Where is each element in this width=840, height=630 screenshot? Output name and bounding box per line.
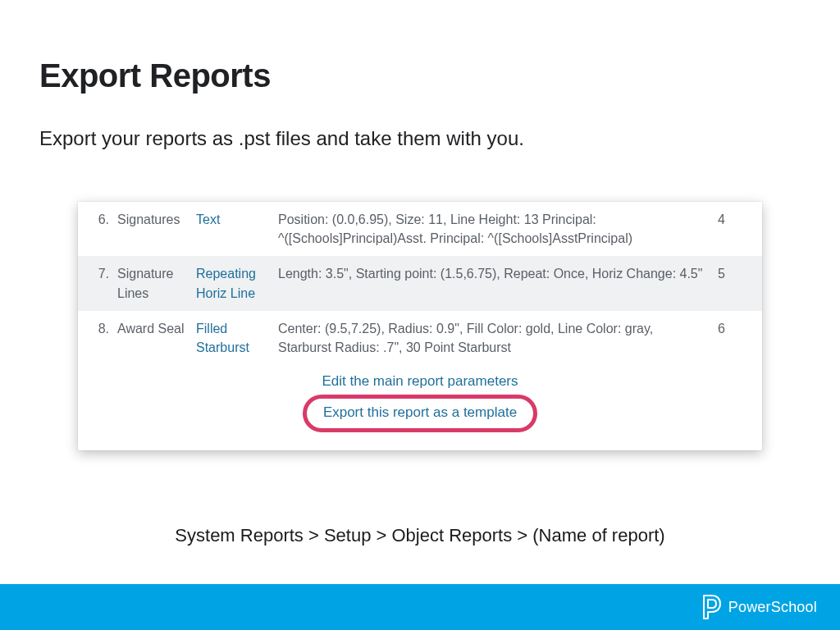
powerschool-icon	[701, 595, 722, 619]
row-name: Signature Lines	[112, 264, 196, 302]
footer-bar: PowerSchool	[0, 584, 840, 630]
row-last: 6	[718, 319, 751, 338]
table-row: 6. Signatures Text Position: (0.0,6.95),…	[78, 202, 762, 256]
edit-parameters-link[interactable]: Edit the main report parameters	[322, 373, 518, 390]
report-panel: 6. Signatures Text Position: (0.0,6.95),…	[78, 202, 762, 450]
row-type: Repeating Horiz Line	[196, 264, 278, 302]
row-last: 4	[718, 210, 751, 229]
row-desc: Position: (0.0,6.95), Size: 11, Line Hei…	[278, 210, 718, 248]
row-type-link[interactable]: Text	[196, 212, 220, 226]
export-template-link[interactable]: Export this report as a template	[323, 404, 517, 421]
row-last: 5	[718, 264, 751, 283]
row-name: Signatures	[112, 210, 196, 229]
row-name: Award Seal	[112, 319, 196, 338]
breadcrumb: System Reports > Setup > Object Reports …	[0, 525, 840, 546]
row-number: 8.	[89, 319, 112, 338]
row-type: Filled Starburst	[196, 319, 278, 357]
row-type-link[interactable]: Repeating Horiz Line	[196, 267, 256, 299]
row-desc: Length: 3.5", Starting point: (1.5,6.75)…	[278, 264, 718, 283]
row-type: Text	[196, 210, 278, 229]
table-row: 7. Signature Lines Repeating Horiz Line …	[78, 256, 762, 310]
brand: PowerSchool	[701, 595, 817, 619]
slide: Export Reports Export your reports as .p…	[0, 0, 840, 630]
page-title: Export Reports	[39, 57, 271, 94]
brand-label: PowerSchool	[728, 599, 817, 616]
row-desc: Center: (9.5,7.25), Radius: 0.9", Fill C…	[278, 319, 718, 357]
page-subtitle: Export your reports as .pst files and ta…	[39, 127, 524, 150]
row-type-link[interactable]: Filled Starburst	[196, 322, 249, 354]
actions-area: Edit the main report parameters Export t…	[78, 365, 762, 450]
row-number: 6.	[89, 210, 112, 229]
export-highlight: Export this report as a template	[303, 395, 537, 432]
row-number: 7.	[89, 264, 112, 283]
table-row: 8. Award Seal Filled Starburst Center: (…	[78, 311, 762, 365]
